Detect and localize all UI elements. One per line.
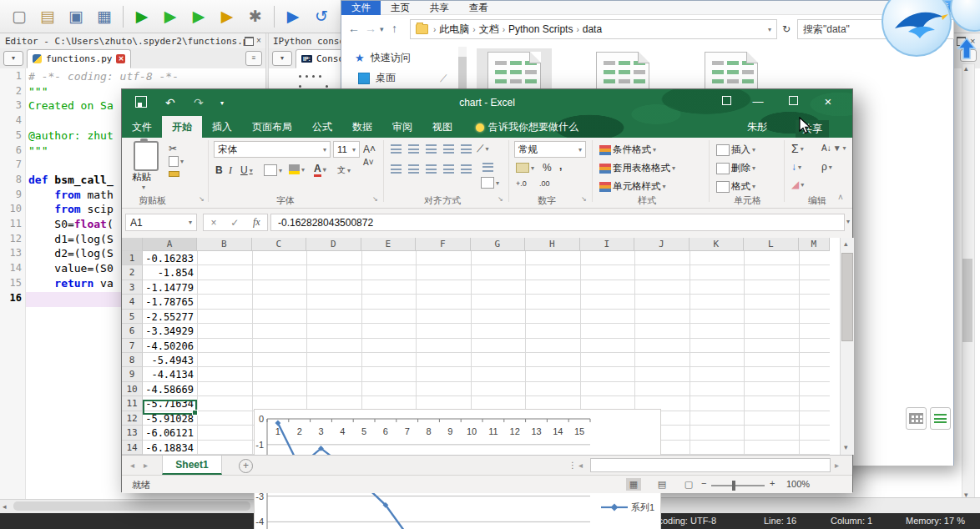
address-dropdown-icon[interactable]: ▾ bbox=[768, 26, 771, 33]
ribbon-tab-插入[interactable]: 插入 bbox=[202, 116, 242, 138]
cancel-icon[interactable]: × bbox=[210, 217, 216, 229]
align-icon-03[interactable] bbox=[443, 144, 454, 154]
save-all-icon[interactable]: ▦ bbox=[92, 4, 117, 29]
italic-button[interactable]: I bbox=[229, 164, 232, 177]
clear-icon[interactable]: ◢▾ bbox=[791, 179, 804, 190]
sheet-scroll-down-icon[interactable]: ▾ bbox=[844, 443, 848, 451]
page-layout-icon[interactable]: ▤ bbox=[654, 478, 669, 491]
align-icon-12[interactable] bbox=[426, 164, 437, 174]
input-method-icon[interactable] bbox=[930, 407, 951, 430]
console-scrollbar-thumb[interactable] bbox=[962, 259, 972, 342]
close-pane-icon[interactable]: × bbox=[256, 36, 261, 46]
keyboard-icon[interactable] bbox=[906, 407, 927, 430]
tab-splitter[interactable]: ⋮ bbox=[568, 461, 577, 470]
history-dropdown-icon[interactable]: ▾ bbox=[380, 25, 384, 33]
zoom-slider-handle[interactable] bbox=[732, 481, 735, 491]
cells-button-2[interactable]: 格式▾ bbox=[716, 180, 755, 193]
row-header-8[interactable]: 8 bbox=[122, 353, 143, 367]
run-again-icon[interactable]: ▶ bbox=[215, 4, 240, 29]
phonetic-icon[interactable]: 文▾ bbox=[337, 164, 351, 176]
cell-a10[interactable]: -4.58669 bbox=[143, 384, 197, 395]
address-bar[interactable]: ›此电脑›文档›Python Scripts›data ▾ bbox=[410, 19, 777, 39]
row-header-1[interactable]: 1 bbox=[122, 251, 143, 265]
column-header-G[interactable]: G bbox=[471, 238, 526, 251]
collapse-ribbon-icon[interactable]: ˄ bbox=[838, 193, 843, 202]
font-name-box[interactable]: 宋体▾ bbox=[214, 141, 331, 158]
cell-a3[interactable]: -1.14779 bbox=[143, 282, 197, 294]
align-icon-11[interactable] bbox=[408, 164, 419, 174]
formula-input[interactable]: -0.162828043500872 bbox=[270, 214, 845, 231]
row-header-11[interactable]: 11 bbox=[122, 396, 143, 411]
zoom-in-icon[interactable]: + bbox=[770, 478, 775, 488]
ribbon-tab-视图[interactable]: 视图 bbox=[422, 116, 462, 138]
cell-a4[interactable]: -1.78765 bbox=[143, 296, 197, 308]
explorer-tab-文件[interactable]: 文件 bbox=[341, 1, 381, 15]
normal-view-icon[interactable]: ▦ bbox=[626, 478, 641, 491]
enter-icon[interactable]: ✓ bbox=[230, 217, 239, 229]
undock-pane-icon[interactable] bbox=[245, 37, 254, 46]
back-icon[interactable]: ← bbox=[348, 22, 360, 35]
maximize-icon[interactable] bbox=[777, 89, 809, 114]
run-cell-icon[interactable]: ▶ bbox=[158, 4, 183, 29]
row-header-7[interactable]: 7 bbox=[122, 339, 143, 353]
row-header-2[interactable]: 2 bbox=[122, 265, 143, 280]
column-header-C[interactable]: C bbox=[252, 238, 307, 251]
style-button-2[interactable]: 单元格样式▾ bbox=[599, 180, 666, 193]
decrease-decimal-icon[interactable]: .00 bbox=[539, 179, 550, 188]
percent-icon[interactable]: % bbox=[543, 162, 552, 174]
cell-a2[interactable]: -1.854 bbox=[143, 267, 197, 279]
column-header-I[interactable]: I bbox=[580, 238, 635, 251]
cell-a5[interactable]: -2.55277 bbox=[143, 311, 197, 323]
row-header-6[interactable]: 6 bbox=[122, 324, 143, 338]
open-file-icon[interactable]: ▤ bbox=[35, 4, 60, 29]
ime-toolbar[interactable] bbox=[906, 407, 951, 429]
column-header-L[interactable]: L bbox=[744, 238, 799, 251]
bold-button[interactable]: B bbox=[215, 164, 223, 176]
breadcrumb-item[interactable]: Python Scripts bbox=[507, 23, 574, 35]
editor-tab[interactable]: functions.py ✕ bbox=[27, 49, 131, 68]
sheet-vscrollbar-thumb[interactable] bbox=[841, 253, 853, 341]
console-browse-tabs-button[interactable]: ▾ bbox=[272, 51, 292, 66]
browse-tabs-button[interactable]: ▾ bbox=[3, 51, 23, 66]
row-header-9[interactable]: 9 bbox=[122, 367, 143, 381]
explorer-tab-主页[interactable]: 主页 bbox=[381, 1, 420, 15]
column-header-E[interactable]: E bbox=[361, 238, 417, 251]
ribbon-tab-数据[interactable]: 数据 bbox=[342, 116, 382, 138]
refresh-icon[interactable]: ↻ bbox=[782, 23, 791, 35]
select-all-corner[interactable] bbox=[122, 238, 143, 251]
font-color-icon[interactable]: A▾ bbox=[314, 163, 326, 177]
editor-hscrollbar-thumb[interactable] bbox=[13, 501, 250, 511]
column-header-J[interactable]: J bbox=[634, 238, 690, 251]
sheet-tab[interactable]: Sheet1 bbox=[162, 456, 222, 475]
hscroll-left-icon[interactable]: ◂ bbox=[578, 461, 583, 470]
style-button-1[interactable]: 套用表格格式▾ bbox=[599, 162, 675, 174]
breadcrumb-item[interactable]: data bbox=[581, 23, 604, 35]
align-icon-14[interactable] bbox=[461, 164, 472, 174]
up-icon[interactable]: ↑ bbox=[391, 22, 397, 35]
grow-font-icon[interactable]: A˄ bbox=[363, 144, 376, 155]
wrap-text-icon[interactable] bbox=[482, 163, 493, 172]
format-painter-icon[interactable] bbox=[169, 171, 179, 177]
shrink-font-icon[interactable]: A˅ bbox=[363, 158, 374, 167]
cell-a6[interactable]: -3.34929 bbox=[143, 325, 197, 337]
run-icon[interactable]: ▶ bbox=[129, 4, 154, 29]
column-header-B[interactable]: B bbox=[197, 238, 252, 251]
tabs-list-icon[interactable]: ≡ bbox=[245, 51, 262, 66]
page-break-icon[interactable]: ▢ bbox=[681, 478, 696, 491]
row-header-5[interactable]: 5 bbox=[122, 310, 143, 324]
cell-a7[interactable]: -4.50206 bbox=[143, 340, 197, 352]
insert-function-icon[interactable]: fx bbox=[253, 216, 260, 229]
debug-restart-icon[interactable]: ↺ bbox=[309, 4, 334, 29]
orientation-icon[interactable]: ⟋▾ bbox=[477, 143, 488, 154]
forward-icon[interactable]: → bbox=[365, 22, 376, 35]
cell-a9[interactable]: -4.4134 bbox=[143, 369, 197, 380]
align-icon-01[interactable] bbox=[408, 144, 419, 154]
run-cell-advance-icon[interactable]: ▶ bbox=[186, 4, 211, 29]
style-button-0[interactable]: 条件格式▾ bbox=[599, 144, 656, 156]
increase-decimal-icon[interactable]: +.0 bbox=[516, 179, 527, 188]
close-tab-icon[interactable]: ✕ bbox=[116, 54, 125, 63]
borders-icon[interactable]: ▾ bbox=[264, 164, 282, 176]
font-dialog-launcher[interactable]: ↘ bbox=[372, 195, 378, 203]
formula-expand-icon[interactable]: ▾ bbox=[846, 218, 850, 225]
upload-arrow-icon[interactable] bbox=[957, 37, 977, 60]
